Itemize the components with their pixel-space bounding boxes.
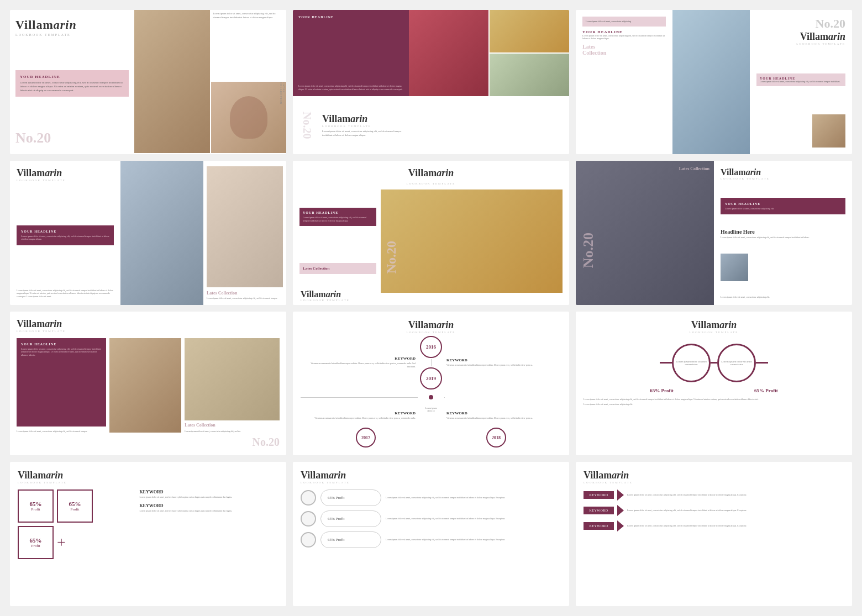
body2-r2c3: Lorem ipsum dolor sit amet, consectetur … [721, 236, 845, 239]
year-2017: 2017 [356, 428, 376, 447]
brand-r4c1: Villamarin [18, 470, 278, 481]
slide-r2c1: Villamarin LOOKBOOK TEMPLATE YOUR HEADLI… [10, 161, 286, 305]
stat2-r4c1: 65% Profit [57, 489, 93, 523]
lates-r2c1: Lates Collection [207, 291, 283, 296]
sub-r4c1: LOOKBOOK TEMPLATE [18, 481, 278, 484]
no20-r2c2: No.20 [384, 241, 399, 273]
purple-box-r2c1: YOUR HEADLINE Lorem ipsum dolor sit amet… [17, 225, 114, 245]
photo-tr-r1c2 [490, 10, 569, 52]
glasses-r3c3: Lorem ipsum dolor sit amet consectetur L… [660, 344, 768, 382]
kw-tl-r3c2: Keyword Vivamus accumsan nisl ut nulla u… [301, 354, 418, 370]
plus-r4c1: + [57, 534, 66, 551]
desc-r3c3: Lorem ipsum dolor sit amet, consectetur … [584, 398, 844, 401]
purple-box-r2c2: YOUR HEADLINE Lorem ipsum dolor sit amet… [299, 208, 376, 225]
body2-r4c2: Lorem ipsum dolor sit amet, consectetur … [386, 517, 561, 520]
brand-r2c1: Villamarin [17, 167, 114, 179]
kw-row-1-r4c3: Keyword Lorem ipsum dolor sit amet, cons… [584, 489, 844, 501]
kw-bl-r3c2: Keyword Vivamus accumsan nisl ut nulla u… [301, 409, 418, 422]
slide-r3c1: Villamarin LOOKBOOK TEMPLATE YOUR HEADLI… [10, 312, 286, 456]
lates-r1c3: LatesCollection [582, 44, 666, 56]
slide-r3c3: Villamarin LOOKBOOK TEMPLATE Lorem ipsum… [576, 312, 852, 456]
photo2-r1c3 [812, 114, 845, 148]
keywords-r4c1: Keyword Lorem ipsum dolor sit amet, sen … [139, 489, 278, 559]
photo2-r2c3 [721, 254, 748, 281]
lates-box-r2c2: Lates Collection [299, 263, 376, 274]
sub-r2c1: LOOKBOOK TEMPLATE [17, 179, 114, 182]
photos-r1c1: Lorem ipsum dolor sit amet, consectetur … [134, 10, 286, 154]
kwtext1-r4c3: Lorem ipsum dolor sit amet, consectetur … [627, 493, 844, 497]
sub-r2c2: LOOKBOOK TEMPLATE [299, 182, 563, 185]
kw-row-3-r4c3: Keyword Lorem ipsum dolor sit amet, cons… [584, 520, 844, 531]
slide-r4c3: Villamarin LOOKBOOK TEMPLATE Keyword Lor… [576, 462, 852, 606]
brand-r2c3: Villamarin [721, 167, 845, 177]
brand2-r2c2: Villamarin [301, 289, 341, 299]
photo-r2c3: Lates Collection No.20 [576, 161, 714, 305]
headline-r3c1: YOUR HEADLINE [21, 343, 102, 346]
no20-r1c2: No.20 [301, 112, 313, 139]
profit-bar3-r4c2: 65% Profit [320, 531, 381, 548]
text-block-r1c3: Lorem ipsum dolor sit amet, consectetur … [582, 17, 666, 27]
photo-br-r1c2 [490, 54, 569, 96]
photo1-r1c3 [672, 10, 750, 154]
profit-bar1-r4c2: 65% Profit [320, 489, 381, 506]
slide-r1c3: Lorem ipsum dolor sit amet, consectetur … [576, 10, 852, 154]
photo2-r2c1 [207, 166, 283, 287]
body-r3c1: Lorem ipsum dolor sit amet, consectetur … [21, 348, 102, 357]
brand-r3c2: Villamarin [408, 319, 454, 331]
profit-label3-r4c1: Profit [31, 544, 40, 548]
year-2019: 2019 [420, 367, 442, 389]
photo-tall-r1c2 [409, 10, 488, 96]
small2-r3c1: Lorem ipsum dolor sit amet, consectetur … [185, 430, 280, 433]
profit-label1-r4c1: Profit [31, 507, 40, 512]
stats-list-r4c2: 65% Profit Lorem ipsum dolor sit amet, c… [301, 489, 561, 548]
purple-box-r3c1: YOUR HEADLINE Lorem ipsum dolor sit amet… [17, 338, 106, 427]
brand-r2c2: Villamarin [408, 167, 454, 179]
kw-tr-r3c2: Keyword Vivamus accumsan nisl ut nulla u… [444, 356, 561, 369]
kwtext3-r4c3: Lorem ipsum dolor sit amet, consectetur … [627, 524, 844, 528]
kw-row-2-r4c3: Keyword Lorem ipsum dolor sit amet, cons… [584, 505, 844, 516]
headline2-r2c3: Headline Here [721, 229, 845, 235]
body-r2c2: Lorem ipsum dolor sit amet, consectetur … [303, 216, 373, 222]
kw2-r4c3: Keyword [584, 507, 614, 514]
sub-r3c3: LOOKBOOK TEMPLATE [690, 331, 739, 334]
profit-bar2-r4c2: 65% Profit [320, 510, 381, 527]
stat1-r4c1: 65% Profit [18, 489, 54, 523]
brand-r1c3: Villamarin [756, 31, 845, 43]
stat-row-2-r4c2: 65% Profit Lorem ipsum dolor sit amet, c… [301, 510, 561, 527]
headline-r2c1: YOUR HEADLINE [21, 230, 109, 233]
pink-box-r1c1: YOUR HEADLINE Lorem ipsum dolor sit amet… [15, 70, 129, 97]
lates-r3c1: Lates Collection [185, 423, 280, 428]
headline-r1c1: YOUR HEADLINE [20, 75, 124, 79]
photo-person-r1c1 [211, 82, 287, 152]
small-r3c1: Lorem ipsum dolor sit amet, consectetur … [17, 430, 106, 433]
sub2-r2c2: LOOKBOOK TEMPLATE [301, 299, 350, 302]
slide-r4c2: Villamarin LOOKBOOK TEMPLATE 65% Profit … [293, 462, 569, 606]
photo1-r3c1 [109, 338, 181, 433]
photos-r1c2 [409, 10, 569, 96]
body2-r1c2: Lorem ipsum dolor sit amet, consectetur … [322, 130, 411, 138]
brand-sub-r1c1: LOOKBOOK TEMPLATE [15, 33, 129, 36]
top-text-r1c1: Lorem ipsum dolor sit amet, consectetur … [211, 10, 287, 81]
center-text-r3c2: Lorem ipsumdolor sit [424, 406, 438, 414]
stat-row-3-r4c2: 65% Profit Lorem ipsum dolor sit amet, c… [301, 531, 561, 548]
profit1-r3c3: 65% Profit [650, 388, 674, 393]
lates-r2c2: Lates Collection [303, 266, 373, 271]
body-r1c1: Lorem ipsum dolor sit amet, consectetur … [20, 81, 124, 92]
headline-r1c3: YOUR HEADLINE [582, 30, 666, 34]
kwtext1-r4c1: Lorem ipsum dolor sit amet, sen hec face… [139, 496, 278, 499]
sub-r1c3: LOOKBOOK TEMPLATE [756, 43, 845, 45]
brand-r3c1: Villamarin [17, 318, 280, 330]
slide-r4c1: Villamarin LOOKBOOK TEMPLATE 65% Profit … [10, 462, 286, 606]
photo2-r3c1 [185, 338, 280, 420]
body-r1c3: Lorem ipsum dolor sit amet, consectetur … [582, 34, 666, 40]
no20-r3c1: No.20 [17, 436, 280, 449]
slide-r1c2: YOUR HEADLINE Lorem ipsum dolor sit amet… [293, 10, 569, 154]
middle-center-r3c2 [420, 395, 442, 399]
slide-r1c1: Villamarin LOOKBOOK TEMPLATE YOUR HEADLI… [10, 10, 286, 154]
purple-left-r1c2: YOUR HEADLINE Lorem ipsum dolor sit amet… [293, 10, 409, 96]
sub-r1c2: LOOKBOOK TEMPLATE [322, 125, 411, 128]
sub-r4c3: LOOKBOOK TEMPLATE [584, 481, 844, 484]
lates-r2c3: Lates Collection [679, 166, 709, 171]
body1-r4c2: Lorem ipsum dolor sit amet, consectetur … [386, 496, 561, 499]
sub-r3c2: LOOKBOOK TEMPLATE [407, 331, 456, 334]
